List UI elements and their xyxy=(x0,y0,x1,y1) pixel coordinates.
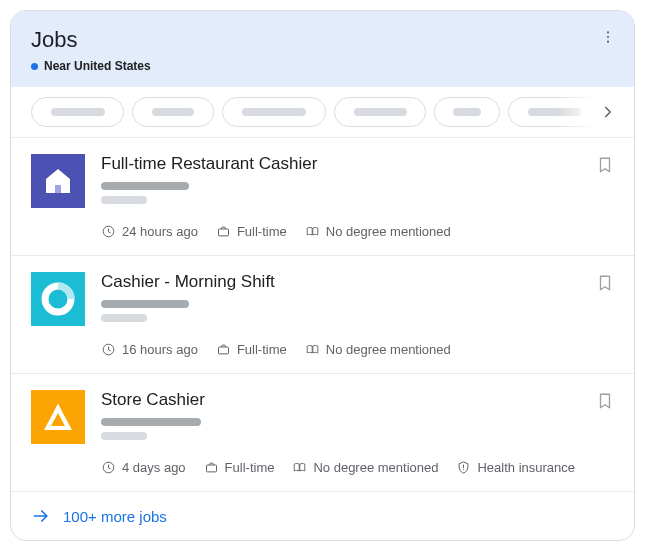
meta-text: Full-time xyxy=(237,224,287,239)
filter-scroll-right-button[interactable] xyxy=(596,100,620,124)
meta-text: 24 hours ago xyxy=(122,224,198,239)
job-meta-row: 4 days agoFull-timeNo degree mentionedHe… xyxy=(101,460,614,475)
clock-icon xyxy=(101,342,116,357)
job-title: Store Cashier xyxy=(101,390,614,410)
job-logo xyxy=(31,390,85,444)
shield-icon xyxy=(456,460,471,475)
meta-item-briefcase: Full-time xyxy=(216,224,287,239)
location-row[interactable]: Near United States xyxy=(31,59,614,73)
bookmark-icon xyxy=(596,154,614,176)
filter-pill-placeholder xyxy=(242,108,306,116)
filter-pill[interactable] xyxy=(132,97,214,127)
meta-text: Full-time xyxy=(237,342,287,357)
meta-text: 16 hours ago xyxy=(122,342,198,357)
meta-item-clock: 16 hours ago xyxy=(101,342,198,357)
svg-point-1 xyxy=(607,36,609,38)
page-title: Jobs xyxy=(31,27,614,53)
meta-item-book: No degree mentioned xyxy=(292,460,438,475)
arrow-right-icon xyxy=(31,506,51,526)
svg-rect-3 xyxy=(55,185,61,193)
more-options-button[interactable] xyxy=(598,27,618,47)
more-jobs-text: 100+ more jobs xyxy=(63,508,167,525)
filter-pill-placeholder xyxy=(51,108,105,116)
meta-item-briefcase: Full-time xyxy=(216,342,287,357)
book-icon xyxy=(305,342,320,357)
jobs-header: Jobs Near United States xyxy=(11,11,634,87)
meta-item-clock: 4 days ago xyxy=(101,460,186,475)
job-content: Full-time Restaurant Cashier24 hours ago… xyxy=(101,154,614,239)
bookmark-icon xyxy=(596,390,614,412)
bookmark-button[interactable] xyxy=(596,272,614,298)
job-meta-row: 16 hours agoFull-timeNo degree mentioned xyxy=(101,342,614,357)
meta-text: No degree mentioned xyxy=(326,342,451,357)
job-meta-row: 24 hours agoFull-timeNo degree mentioned xyxy=(101,224,614,239)
job-title: Full-time Restaurant Cashier xyxy=(101,154,614,174)
svg-rect-8 xyxy=(218,347,228,354)
chevron-right-icon xyxy=(599,103,617,121)
meta-text: No degree mentioned xyxy=(313,460,438,475)
filter-pill[interactable] xyxy=(508,97,600,127)
filter-pill[interactable] xyxy=(434,97,500,127)
briefcase-icon xyxy=(216,342,231,357)
svg-rect-10 xyxy=(206,465,216,472)
jobs-card: Jobs Near United States Full-time Restau… xyxy=(10,10,635,541)
job-title: Cashier - Morning Shift xyxy=(101,272,614,292)
job-item[interactable]: Full-time Restaurant Cashier24 hours ago… xyxy=(11,138,634,256)
meta-item-clock: 24 hours ago xyxy=(101,224,198,239)
more-jobs-link[interactable]: 100+ more jobs xyxy=(11,492,634,540)
more-vertical-icon xyxy=(600,29,616,45)
job-logo xyxy=(31,272,85,326)
job-logo xyxy=(31,154,85,208)
filter-pill[interactable] xyxy=(334,97,426,127)
jobs-list: Full-time Restaurant Cashier24 hours ago… xyxy=(11,138,634,492)
bookmark-button[interactable] xyxy=(596,154,614,180)
filter-pill[interactable] xyxy=(222,97,326,127)
meta-item-book: No degree mentioned xyxy=(305,342,451,357)
meta-item-book: No degree mentioned xyxy=(305,224,451,239)
job-item[interactable]: Store Cashier4 days agoFull-timeNo degre… xyxy=(11,374,634,492)
job-company-placeholder xyxy=(101,418,201,426)
svg-point-2 xyxy=(607,41,609,43)
filter-row xyxy=(11,87,634,138)
svg-point-0 xyxy=(607,31,609,33)
meta-text: Health insurance xyxy=(477,460,575,475)
filter-pill-placeholder xyxy=(354,108,407,116)
job-location-placeholder xyxy=(101,314,147,322)
meta-text: No degree mentioned xyxy=(326,224,451,239)
location-dot-icon xyxy=(31,63,38,70)
meta-item-shield: Health insurance xyxy=(456,460,575,475)
filter-pill-placeholder xyxy=(152,108,194,116)
briefcase-icon xyxy=(204,460,219,475)
job-company-placeholder xyxy=(101,182,189,190)
job-content: Cashier - Morning Shift16 hours agoFull-… xyxy=(101,272,614,357)
location-text: Near United States xyxy=(44,59,151,73)
clock-icon xyxy=(101,224,116,239)
briefcase-icon xyxy=(216,224,231,239)
filter-pill[interactable] xyxy=(31,97,124,127)
job-company-placeholder xyxy=(101,300,189,308)
clock-icon xyxy=(101,460,116,475)
book-icon xyxy=(305,224,320,239)
meta-text: 4 days ago xyxy=(122,460,186,475)
filter-pill-placeholder xyxy=(528,108,581,116)
job-location-placeholder xyxy=(101,432,147,440)
bookmark-button[interactable] xyxy=(596,390,614,416)
job-item[interactable]: Cashier - Morning Shift16 hours agoFull-… xyxy=(11,256,634,374)
meta-text: Full-time xyxy=(225,460,275,475)
meta-item-briefcase: Full-time xyxy=(204,460,275,475)
bookmark-icon xyxy=(596,272,614,294)
job-content: Store Cashier4 days agoFull-timeNo degre… xyxy=(101,390,614,475)
svg-rect-5 xyxy=(218,229,228,236)
job-location-placeholder xyxy=(101,196,147,204)
book-icon xyxy=(292,460,307,475)
filter-pill-placeholder xyxy=(453,108,481,116)
